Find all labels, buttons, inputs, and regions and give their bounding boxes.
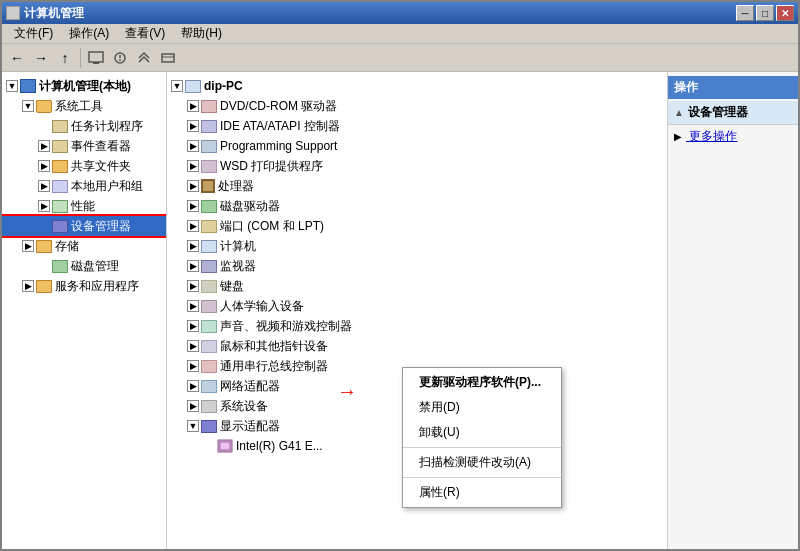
expand-ide: ▶ bbox=[187, 120, 199, 132]
menu-view[interactable]: 查看(V) bbox=[117, 23, 173, 44]
expand-hid: ▶ bbox=[187, 300, 199, 312]
middle-audio[interactable]: ▶ 声音、视频和游戏控制器 bbox=[167, 316, 667, 336]
expand-usb: ▶ bbox=[187, 360, 199, 372]
middle-mouse[interactable]: ▶ 鼠标和其他指针设备 bbox=[167, 336, 667, 356]
middle-hid[interactable]: ▶ 人体学输入设备 bbox=[167, 296, 667, 316]
forward-button[interactable]: → bbox=[30, 47, 52, 69]
tree-task-label: 任务计划程序 bbox=[71, 118, 143, 135]
expand-right-icon: ▲ bbox=[674, 107, 684, 118]
expand-display: ▼ bbox=[187, 420, 199, 432]
middle-programming[interactable]: ▶ Programming Support bbox=[167, 136, 667, 156]
middle-port-label: 端口 (COM 和 LPT) bbox=[220, 218, 324, 235]
icon-disk2 bbox=[201, 200, 217, 213]
middle-root-label: dip-PC bbox=[204, 79, 243, 93]
middle-keyboard[interactable]: ▶ 键盘 bbox=[167, 276, 667, 296]
icon-hid bbox=[201, 300, 217, 313]
ctx-update-driver[interactable]: 更新驱动程序软件(P)... bbox=[403, 370, 561, 395]
toolbar-separator bbox=[80, 48, 81, 68]
icon-event bbox=[52, 140, 68, 153]
tree-system-tools[interactable]: ▼ 系统工具 bbox=[2, 96, 166, 116]
tree-systools-label: 系统工具 bbox=[55, 98, 103, 115]
close-button[interactable]: ✕ bbox=[776, 5, 794, 21]
middle-dvd[interactable]: ▶ DVD/CD-ROM 驱动器 bbox=[167, 96, 667, 116]
toolbar-btn3[interactable] bbox=[133, 47, 155, 69]
tree-event-label: 事件查看器 bbox=[71, 138, 131, 155]
ctx-sep1 bbox=[403, 447, 561, 448]
toolbar-btn2[interactable] bbox=[109, 47, 131, 69]
expand-icon-users: ▶ bbox=[38, 180, 50, 192]
middle-intel-label: Intel(R) G41 E... bbox=[236, 439, 323, 453]
tree-device-manager[interactable]: 设备管理器 bbox=[2, 216, 166, 236]
middle-root[interactable]: ▼ dip-PC bbox=[167, 76, 667, 96]
middle-disk-label: 磁盘驱动器 bbox=[220, 198, 280, 215]
tree-local-users[interactable]: ▶ 本地用户和组 bbox=[2, 176, 166, 196]
tree-root[interactable]: ▼ 计算机管理(本地) bbox=[2, 76, 166, 96]
middle-dvd-label: DVD/CD-ROM 驱动器 bbox=[220, 98, 337, 115]
main-window: 计算机管理 ─ □ ✕ 文件(F) 操作(A) 查看(V) 帮助(H) ← → … bbox=[0, 0, 800, 551]
expand-icon-event: ▶ bbox=[38, 140, 50, 152]
back-button[interactable]: ← bbox=[6, 47, 28, 69]
expand-monitor: ▶ bbox=[187, 260, 199, 272]
expand-wsd: ▶ bbox=[187, 160, 199, 172]
middle-usb-label: 通用串行总线控制器 bbox=[220, 358, 328, 375]
middle-processor[interactable]: ▶ 处理器 bbox=[167, 176, 667, 196]
icon-net bbox=[201, 380, 217, 393]
expand-audio: ▶ bbox=[187, 320, 199, 332]
expand-icon-comp: ▼ bbox=[171, 80, 183, 92]
middle-mouse-label: 鼠标和其他指针设备 bbox=[220, 338, 328, 355]
right-more-actions[interactable]: ▶ 更多操作 bbox=[668, 125, 798, 148]
middle-disk[interactable]: ▶ 磁盘驱动器 bbox=[167, 196, 667, 216]
middle-kb-label: 键盘 bbox=[220, 278, 244, 295]
more-actions-icon: ▶ bbox=[674, 131, 682, 142]
expand-mouse: ▶ bbox=[187, 340, 199, 352]
icon-monitor bbox=[201, 260, 217, 273]
expand-icon-systools: ▼ bbox=[22, 100, 34, 112]
folder-icon-systools bbox=[36, 100, 52, 113]
context-menu: 更新驱动程序软件(P)... 禁用(D) 卸载(U) 扫描检测硬件改动(A) 属… bbox=[402, 367, 562, 508]
tree-storage-label: 存储 bbox=[55, 238, 79, 255]
middle-ide[interactable]: ▶ IDE ATA/ATAPI 控制器 bbox=[167, 116, 667, 136]
tree-services[interactable]: ▶ 服务和应用程序 bbox=[2, 276, 166, 296]
right-more-label: 更多操作 bbox=[689, 129, 737, 143]
svg-point-4 bbox=[119, 59, 121, 61]
middle-wsd[interactable]: ▶ WSD 打印提供程序 bbox=[167, 156, 667, 176]
tree-disk-mgmt[interactable]: 磁盘管理 bbox=[2, 256, 166, 276]
expand-kb: ▶ bbox=[187, 280, 199, 292]
icon-mouse bbox=[201, 340, 217, 353]
window-icon bbox=[6, 6, 20, 20]
right-subheader: ▲ 设备管理器 bbox=[668, 101, 798, 125]
menu-action[interactable]: 操作(A) bbox=[61, 23, 117, 44]
menu-file[interactable]: 文件(F) bbox=[6, 23, 61, 44]
middle-sysdev-label: 系统设备 bbox=[220, 398, 268, 415]
tree-storage[interactable]: ▶ 存储 bbox=[2, 236, 166, 256]
ctx-properties[interactable]: 属性(R) bbox=[403, 480, 561, 505]
maximize-button[interactable]: □ bbox=[756, 5, 774, 21]
ctx-scan[interactable]: 扫描检测硬件改动(A) bbox=[403, 450, 561, 475]
tree-shared-folders[interactable]: ▶ 共享文件夹 bbox=[2, 156, 166, 176]
icon-audio bbox=[201, 320, 217, 333]
expand-proc: ▶ bbox=[187, 180, 199, 192]
menu-help[interactable]: 帮助(H) bbox=[173, 23, 230, 44]
svg-rect-8 bbox=[220, 442, 230, 450]
middle-prog-label: Programming Support bbox=[220, 139, 337, 153]
tree-event-viewer[interactable]: ▶ 事件查看器 bbox=[2, 136, 166, 156]
middle-net-label: 网络适配器 bbox=[220, 378, 280, 395]
icon-gpu bbox=[217, 439, 233, 453]
tree-task-scheduler[interactable]: 任务计划程序 bbox=[2, 116, 166, 136]
up-button[interactable]: ↑ bbox=[54, 47, 76, 69]
minimize-button[interactable]: ─ bbox=[736, 5, 754, 21]
toolbar: ← → ↑ bbox=[2, 44, 798, 72]
tree-performance[interactable]: ▶ 性能 bbox=[2, 196, 166, 216]
middle-monitor[interactable]: ▶ 监视器 bbox=[167, 256, 667, 276]
middle-computer[interactable]: ▶ 计算机 bbox=[167, 236, 667, 256]
toolbar-btn4[interactable] bbox=[157, 47, 179, 69]
middle-port[interactable]: ▶ 端口 (COM 和 LPT) bbox=[167, 216, 667, 236]
svg-rect-5 bbox=[162, 54, 174, 62]
toolbar-btn1[interactable] bbox=[85, 47, 107, 69]
ctx-disable[interactable]: 禁用(D) bbox=[403, 395, 561, 420]
middle-panel: ▼ dip-PC ▶ DVD/CD-ROM 驱动器 ▶ IDE ATA/ATAP… bbox=[167, 72, 668, 549]
ctx-uninstall[interactable]: 卸载(U) bbox=[403, 420, 561, 445]
tree-users-label: 本地用户和组 bbox=[71, 178, 143, 195]
middle-wsd-label: WSD 打印提供程序 bbox=[220, 158, 323, 175]
computer-icon bbox=[20, 79, 36, 93]
